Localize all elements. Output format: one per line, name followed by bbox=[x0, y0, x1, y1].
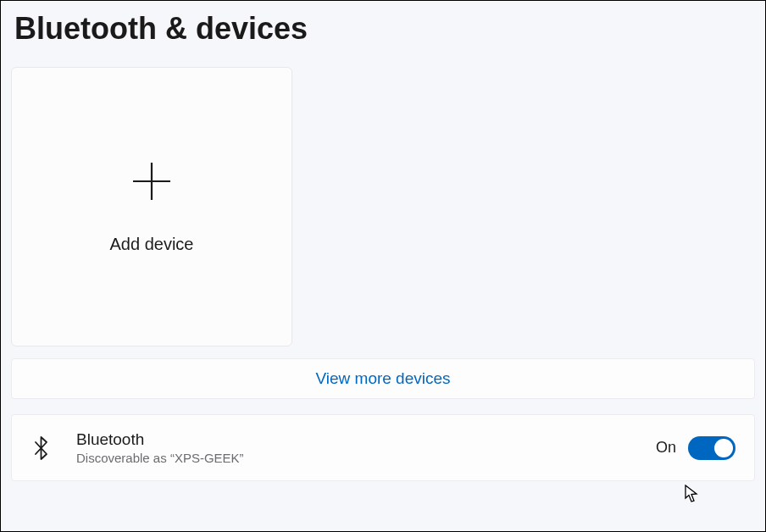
cursor-icon bbox=[685, 485, 700, 507]
plus-icon bbox=[130, 159, 174, 211]
bluetooth-setting-row: Bluetooth Discoverable as “XPS-GEEK” On bbox=[11, 414, 755, 481]
bluetooth-text: Bluetooth Discoverable as “XPS-GEEK” bbox=[76, 430, 656, 465]
bluetooth-title: Bluetooth bbox=[76, 430, 656, 449]
bluetooth-toggle[interactable] bbox=[688, 436, 735, 460]
bluetooth-icon bbox=[31, 433, 53, 463]
add-device-button[interactable]: Add device bbox=[11, 67, 292, 346]
bluetooth-toggle-state-label: On bbox=[656, 439, 676, 457]
toggle-knob bbox=[714, 439, 733, 457]
bluetooth-subtitle: Discoverable as “XPS-GEEK” bbox=[76, 451, 656, 465]
add-device-label: Add device bbox=[110, 235, 194, 254]
view-more-label: View more devices bbox=[315, 369, 450, 387]
view-more-devices-button[interactable]: View more devices bbox=[11, 358, 755, 399]
page-title: Bluetooth & devices bbox=[14, 11, 755, 47]
bluetooth-toggle-wrap: On bbox=[656, 436, 735, 460]
